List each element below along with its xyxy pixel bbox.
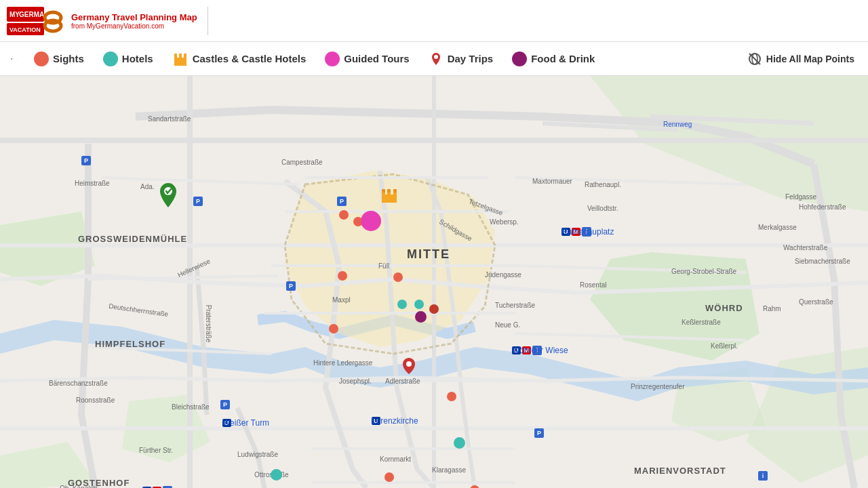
u-badge: U <box>512 346 521 354</box>
lorenzkirche-station: Lorenzkirche U <box>372 417 380 425</box>
castles-label: Castles & Castle Hotels <box>193 53 307 64</box>
hide-icon <box>747 52 762 66</box>
header: MY GERMANY VACATION Germany Travel Plann… <box>0 0 868 42</box>
logo-icon: MY GERMANY VACATION <box>7 7 64 35</box>
u-badge: U <box>561 228 570 236</box>
svg-point-7 <box>12 58 12 59</box>
day-trips-pin-1[interactable] <box>402 357 416 378</box>
m-badge: M <box>522 346 532 354</box>
sights-label: Sights <box>53 53 84 64</box>
sights-dot <box>34 52 49 66</box>
sights-filter[interactable]: Sights <box>26 47 92 70</box>
m-badge: M <box>572 228 581 236</box>
castles-filter[interactable]: Castles & Castle Hotels <box>164 47 315 71</box>
hotels-marker-2[interactable] <box>414 300 424 309</box>
svg-rect-47 <box>393 189 397 192</box>
weisser-turm-station: Weißer Turm U <box>222 419 231 427</box>
svg-point-48 <box>406 361 412 367</box>
info-marker-8: i <box>758 471 768 481</box>
map-title: Germany Travel Planning Map <box>71 12 197 22</box>
info-marker-5: P <box>220 400 230 409</box>
day-trips-filter[interactable]: Day Trips <box>420 47 502 70</box>
guided-tours-dot <box>325 52 340 66</box>
u-badge: U <box>372 417 380 425</box>
castle-icon <box>172 51 189 67</box>
map-container[interactable]: GROSSWEIDENMÜHLE HIMPFELSHOF GOSTENHOF M… <box>0 76 868 488</box>
svg-point-15 <box>434 55 438 59</box>
map-svg <box>0 76 868 488</box>
info-marker-4: P <box>286 281 296 291</box>
sights-marker-3[interactable] <box>338 271 347 281</box>
sights-marker-7[interactable] <box>384 472 394 482</box>
castle-pin-marker[interactable] <box>380 186 398 207</box>
castle-marker-icon <box>380 186 398 204</box>
info-icon: i <box>582 227 591 237</box>
info-marker-1: P <box>81 156 91 165</box>
guided-tours-filter[interactable]: Guided Tours <box>317 47 417 70</box>
day-trips-pin-icon <box>429 52 443 66</box>
logo-area: MY GERMANY VACATION Germany Travel Plann… <box>7 7 208 35</box>
wohrder-wiese-station: Wöhrder Wiese U M i <box>512 346 542 355</box>
sights-marker-5[interactable] <box>329 324 338 333</box>
green-pin-icon <box>157 182 179 209</box>
svg-text:VACATION: VACATION <box>9 26 41 33</box>
rathenauplatz-station: Rathenauplatz U M i <box>561 227 591 237</box>
food-drink-label: Food & Drink <box>531 53 595 64</box>
sights-marker-dark-1[interactable] <box>429 304 439 314</box>
svg-rect-46 <box>387 189 391 192</box>
hotels-marker-3[interactable] <box>271 469 282 481</box>
info-marker-6: P <box>534 428 544 438</box>
sights-marker-1[interactable] <box>339 210 349 220</box>
sights-marker-4[interactable] <box>393 272 403 282</box>
guided-tours-label: Guided Tours <box>344 53 409 64</box>
food-drink-marker-1[interactable] <box>415 311 427 323</box>
hide-all-button[interactable]: Hide All Map Points <box>739 47 863 70</box>
hide-all-label: Hide All Map Points <box>766 54 854 64</box>
hotels-marker-4[interactable] <box>454 437 465 449</box>
day-trips-pin-icon-map <box>402 357 416 375</box>
day-trips-label: Day Trips <box>448 53 494 64</box>
guided-tours-marker-1[interactable] <box>361 211 381 231</box>
info-marker-2: P <box>193 197 203 206</box>
svg-rect-45 <box>382 189 385 192</box>
svg-rect-12 <box>174 54 177 56</box>
tag-icon <box>11 52 13 66</box>
svg-rect-14 <box>184 54 186 56</box>
map-subtitle: from MyGermanyVacation.com <box>71 22 197 30</box>
info-marker-3: P <box>337 197 347 206</box>
hotels-label: Hotels <box>122 53 153 64</box>
svg-point-6 <box>45 20 61 31</box>
food-drink-filter[interactable]: Food & Drink <box>504 47 603 70</box>
food-drink-dot <box>512 52 527 66</box>
u-badge: U <box>222 419 231 427</box>
green-pin-marker[interactable] <box>157 182 179 211</box>
hotels-filter[interactable]: Hotels <box>95 47 161 70</box>
logo-text: Germany Travel Planning Map from MyGerma… <box>71 12 197 30</box>
svg-rect-13 <box>179 54 182 56</box>
sights-marker-6[interactable] <box>447 392 456 401</box>
navbar: Sights Hotels Castles & Castle Hotels Gu… <box>0 42 868 76</box>
dropdown-arrow-icon <box>17 55 18 63</box>
tag-filter-button[interactable] <box>5 50 23 68</box>
info-icon: i <box>532 346 542 355</box>
hotels-dot <box>103 52 118 66</box>
hotels-marker-1[interactable] <box>397 300 407 309</box>
